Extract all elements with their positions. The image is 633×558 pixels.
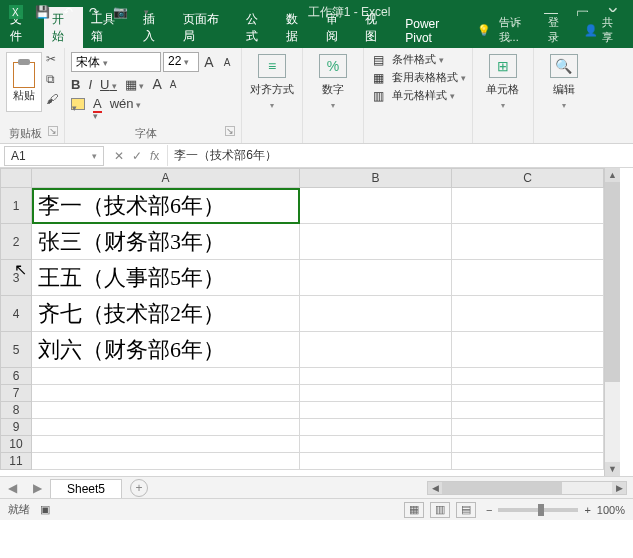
hscroll-thumb[interactable] <box>442 482 562 494</box>
scroll-down-icon[interactable]: ▼ <box>605 462 620 476</box>
font-color-button[interactable]: A <box>93 96 102 111</box>
font-grow-icon[interactable]: A <box>152 76 161 92</box>
paste-button[interactable]: 粘贴 <box>6 52 42 112</box>
row-header[interactable]: 6 <box>0 368 32 385</box>
tab-formulas[interactable]: 公式 <box>238 7 278 48</box>
row-header[interactable]: 10 <box>0 436 32 453</box>
share-button[interactable]: 👤共享 <box>578 12 629 48</box>
font-shrink-icon[interactable]: A <box>170 79 177 90</box>
clipboard-launcher-icon[interactable]: ↘ <box>48 126 58 136</box>
phonetic-icon[interactable]: wén <box>110 96 141 111</box>
column-header-A[interactable]: A <box>32 168 300 188</box>
cell-B1[interactable] <box>300 188 452 224</box>
cell-A8[interactable] <box>32 402 300 419</box>
fx-icon[interactable]: fx <box>150 149 159 163</box>
horizontal-scrollbar[interactable]: ◀ ▶ <box>427 481 627 495</box>
tell-me-label[interactable]: 告诉我... <box>499 15 540 45</box>
cell-A10[interactable] <box>32 436 300 453</box>
cell-A6[interactable] <box>32 368 300 385</box>
cell-C11[interactable] <box>452 453 604 470</box>
tab-view[interactable]: 视图 <box>357 7 397 48</box>
page-break-view-icon[interactable]: ▤ <box>456 502 476 518</box>
copy-icon[interactable]: ⧉ <box>46 72 58 86</box>
row-header[interactable]: 4 <box>0 296 32 332</box>
cell-A4[interactable]: 齐七（技术部2年） <box>32 296 300 332</box>
zoom-level[interactable]: 100% <box>597 504 625 516</box>
cell-B4[interactable] <box>300 296 452 332</box>
column-header-B[interactable]: B <box>300 168 452 188</box>
cell-C3[interactable] <box>452 260 604 296</box>
table-format-button[interactable]: ▦套用表格格式 <box>370 70 466 85</box>
page-layout-view-icon[interactable]: ▥ <box>430 502 450 518</box>
zoom-out-button[interactable]: − <box>486 504 492 516</box>
cell-B2[interactable] <box>300 224 452 260</box>
cell-C5[interactable] <box>452 332 604 368</box>
normal-view-icon[interactable]: ▦ <box>404 502 424 518</box>
cell-C8[interactable] <box>452 402 604 419</box>
cell-A11[interactable] <box>32 453 300 470</box>
cell-C9[interactable] <box>452 419 604 436</box>
cell-C7[interactable] <box>452 385 604 402</box>
format-painter-icon[interactable]: 🖌 <box>46 92 58 106</box>
cut-icon[interactable]: ✂ <box>46 52 58 66</box>
scroll-left-icon[interactable]: ◀ <box>428 482 442 494</box>
cell-C10[interactable] <box>452 436 604 453</box>
row-header[interactable]: 7 <box>0 385 32 402</box>
name-box[interactable]: A1▾ <box>4 146 104 166</box>
font-name-select[interactable]: 宋体 <box>71 52 161 72</box>
border-button[interactable]: ▦ <box>125 77 145 92</box>
alignment-button[interactable]: ≡ 对齐方式 ▾ <box>248 52 296 112</box>
new-sheet-button[interactable]: + <box>130 479 148 497</box>
cell-A9[interactable] <box>32 419 300 436</box>
column-header-C[interactable]: C <box>452 168 604 188</box>
select-all-corner[interactable] <box>0 168 32 188</box>
sheet-tab-active[interactable]: Sheet5 <box>50 479 122 498</box>
increase-font-icon[interactable]: A <box>201 54 217 70</box>
cell-A2[interactable]: 张三（财务部3年） <box>32 224 300 260</box>
cell-B3[interactable] <box>300 260 452 296</box>
underline-button[interactable]: U <box>100 77 117 92</box>
tab-review[interactable]: 审阅 <box>318 7 358 48</box>
cell-C6[interactable] <box>452 368 604 385</box>
confirm-formula-icon[interactable]: ✓ <box>132 149 142 163</box>
cell-A3[interactable]: 王五（人事部5年） <box>32 260 300 296</box>
camera-icon[interactable]: 📷 <box>112 4 128 20</box>
row-header[interactable]: 8 <box>0 402 32 419</box>
italic-button[interactable]: I <box>88 77 92 92</box>
sheet-nav-next-icon[interactable]: ▶ <box>25 481 50 495</box>
cancel-formula-icon[interactable]: ✕ <box>114 149 124 163</box>
conditional-format-button[interactable]: ▤条件格式 <box>370 52 466 67</box>
cell-B9[interactable] <box>300 419 452 436</box>
row-header[interactable]: 9 <box>0 419 32 436</box>
cell-B8[interactable] <box>300 402 452 419</box>
cell-B7[interactable] <box>300 385 452 402</box>
editing-button[interactable]: 🔍 编辑 ▾ <box>540 52 588 112</box>
row-header[interactable]: 11 <box>0 453 32 470</box>
tab-page-layout[interactable]: 页面布局 <box>175 7 238 48</box>
zoom-thumb[interactable] <box>538 504 544 516</box>
row-header[interactable]: 3 <box>0 260 32 296</box>
row-header[interactable]: 2 <box>0 224 32 260</box>
sign-in-label[interactable]: 登录 <box>548 15 570 45</box>
cell-A7[interactable] <box>32 385 300 402</box>
cell-B10[interactable] <box>300 436 452 453</box>
cells-button[interactable]: ⊞ 单元格 ▾ <box>479 52 527 112</box>
tab-data[interactable]: 数据 <box>278 7 318 48</box>
redo-icon[interactable]: ↷ <box>86 4 102 20</box>
tab-powerpivot[interactable]: Power Pivot <box>397 13 476 48</box>
font-launcher-icon[interactable]: ↘ <box>225 126 235 136</box>
row-header[interactable]: 1 <box>0 188 32 224</box>
cell-B11[interactable] <box>300 453 452 470</box>
cell-C2[interactable] <box>452 224 604 260</box>
undo-icon[interactable]: ↶ <box>60 4 76 20</box>
zoom-in-button[interactable]: + <box>584 504 590 516</box>
sheet-nav-prev-icon[interactable]: ◀ <box>0 481 25 495</box>
zoom-slider[interactable] <box>498 508 578 512</box>
bold-button[interactable]: B <box>71 77 80 92</box>
vertical-scrollbar[interactable]: ▲ ▼ <box>604 168 620 476</box>
macro-record-icon[interactable]: ▣ <box>40 503 50 516</box>
decrease-font-icon[interactable]: A <box>219 54 235 70</box>
cell-A5[interactable]: 刘六（财务部6年） <box>32 332 300 368</box>
cell-A1[interactable]: 李一（技术部6年） <box>32 188 300 224</box>
formula-bar[interactable]: 李一（技术部6年） <box>167 145 633 166</box>
